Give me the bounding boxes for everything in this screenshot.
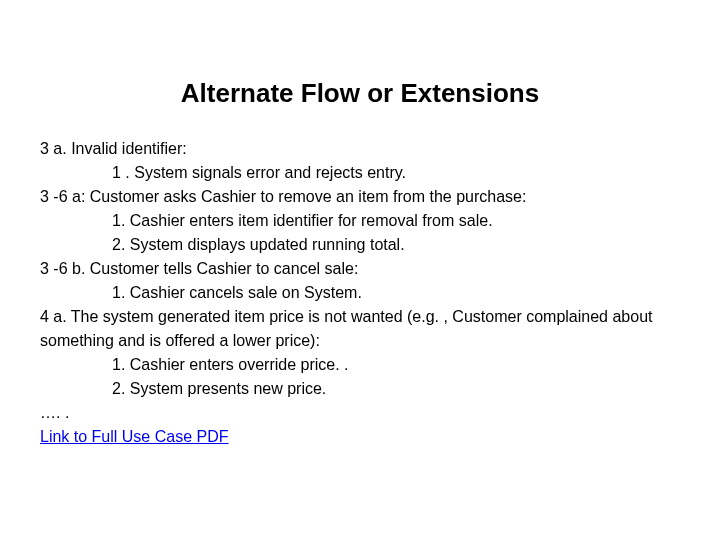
full-use-case-link[interactable]: Link to Full Use Case PDF — [40, 428, 229, 445]
ext-3a-heading: 3 a. Invalid identifier: — [40, 137, 680, 161]
ext-3a-step-1: 1 . System signals error and rejects ent… — [40, 161, 680, 185]
ext-3-6b-heading: 3 -6 b. Customer tells Cashier to cancel… — [40, 257, 680, 281]
ext-4a-step-1: 1. Cashier enters override price. . — [40, 353, 680, 377]
ext-3-6a-heading: 3 -6 a: Customer asks Cashier to remove … — [40, 185, 680, 209]
slide: Alternate Flow or Extensions 3 a. Invali… — [0, 0, 720, 449]
ellipsis-line: …. . — [40, 401, 680, 425]
ext-4a-step-2: 2. System presents new price. — [40, 377, 680, 401]
ext-3-6a-step-1: 1. Cashier enters item identifier for re… — [40, 209, 680, 233]
body-text: 3 a. Invalid identifier: 1 . System sign… — [40, 137, 680, 449]
ext-3-6a-step-2: 2. System displays updated running total… — [40, 233, 680, 257]
ext-3-6b-step-1: 1. Cashier cancels sale on System. — [40, 281, 680, 305]
page-title: Alternate Flow or Extensions — [40, 78, 680, 109]
ext-4a-heading: 4 a. The system generated item price is … — [40, 305, 680, 353]
